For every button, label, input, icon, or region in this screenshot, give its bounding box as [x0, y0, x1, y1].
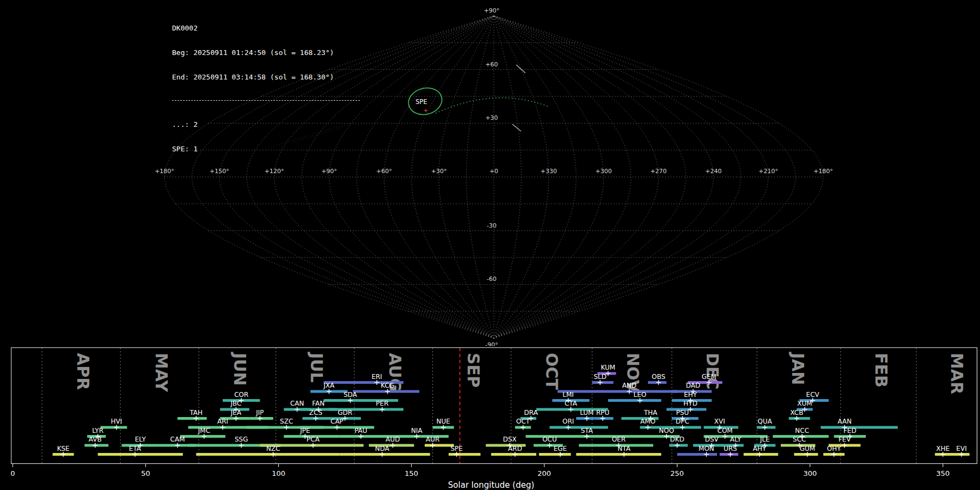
observation-info-block: DK0002 Beg: 20250911 01:24:50 (sol = 168… [172, 8, 360, 169]
shower-label-CAN: CAN [290, 400, 304, 407]
shower-label-MON: MON [699, 445, 714, 452]
shower-label-XHE: XHE [936, 445, 950, 452]
x-tick-label: 150 [405, 469, 418, 477]
map-longitude-label: +60° [376, 168, 392, 175]
shower-label-DAD: DAD [686, 382, 700, 389]
shower-label-JPE: JPE [299, 427, 310, 434]
shower-label-XUM: XUM [797, 400, 812, 407]
shower-label-JXA: JXA [323, 382, 335, 389]
month-label: SEP [464, 353, 483, 388]
shower-label-THA: THA [644, 409, 658, 416]
shower-label-OCT: OCT [516, 418, 530, 425]
begin-time: Beg: 20250911 01:24:50 (sol = 168.23°) [172, 48, 360, 57]
map-longitude-label: +30° [431, 168, 447, 175]
x-tick-label: 100 [272, 469, 285, 477]
x-tick-label: 250 [670, 469, 684, 477]
meteor-observation-screen: +180°+150°+120°+90°+60°+30°+0+330+300+27… [0, 0, 980, 490]
map-latitude-label: -90° [485, 341, 498, 346]
x-tick-label: 0 [11, 469, 15, 477]
shower-label-PSU: PSU [676, 409, 689, 416]
shower-label-NCC: NCC [795, 427, 809, 434]
map-latitude-label: -30 [487, 222, 497, 229]
shower-label-URS: URS [724, 445, 737, 452]
shower-label-CTA: CTA [565, 400, 578, 407]
map-longitude-label: +300 [596, 168, 612, 175]
shower-label-NZC: NZC [266, 445, 280, 452]
shower-label-NOO: NOO [659, 427, 674, 434]
shower-label-OHY: OHY [827, 445, 841, 452]
shower-label-PAU: PAU [354, 427, 367, 434]
month-label: DEC [703, 353, 722, 389]
map-latitude-label: +60 [485, 61, 498, 68]
shower-label-NIA: NIA [411, 427, 423, 434]
shower-label-CAP: CAP [330, 418, 344, 425]
month-label: MAR [947, 353, 966, 394]
shower-label-DSV: DSV [705, 436, 719, 443]
shower-label-FED: FED [843, 427, 856, 434]
shower-label-SLD: SLD [593, 373, 607, 381]
shower-label-AUR: AUR [426, 436, 439, 443]
shower-label-JEA: JEA [230, 409, 242, 416]
shower-label-LMI: LMI [562, 391, 574, 399]
shower-label-DKD: DKD [670, 436, 684, 443]
map-longitude-label: +240 [705, 168, 721, 175]
shower-label-HYD: HYD [683, 400, 697, 407]
count-spe: SPE: 1 [172, 145, 360, 153]
month-label: APR [74, 353, 93, 390]
shower-label-ETA: ETA [129, 445, 142, 452]
meteor-track [516, 65, 525, 73]
map-longitude-label: +180° [155, 168, 174, 175]
shower-label-KSE: KSE [57, 445, 70, 452]
month-label: FEB [872, 353, 891, 388]
shower-label-AAN: AAN [837, 418, 852, 425]
map-latitude-label: +30 [485, 114, 498, 121]
shower-label-JLE: JLE [759, 436, 770, 443]
shower-label-ORI: ORI [562, 418, 574, 425]
shower-label-FEV: FEV [838, 436, 851, 443]
month-label: JUL [307, 352, 326, 383]
shower-label-JMC: JMC [198, 427, 210, 434]
shower-label-LUM: LUM [580, 409, 593, 416]
shower-label-DRA: DRA [524, 409, 538, 416]
shower-label-COM: COM [718, 427, 733, 434]
station-id: DK0002 [172, 24, 360, 32]
month-label: JUN [230, 352, 249, 386]
shower-label-ARI: ARI [217, 418, 228, 425]
sky-map: +180°+150°+120°+90°+60°+30°+0+330+300+27… [0, 0, 980, 346]
shower-label-JIP: JIP [255, 409, 264, 416]
map-longitude-label: +210° [758, 168, 778, 175]
shower-label-PER: PER [376, 400, 388, 407]
shower-label-OBS: OBS [652, 373, 665, 381]
shower-label-SSG: SSG [235, 436, 248, 443]
shower-label-XVI: XVI [714, 418, 725, 425]
shower-label-ECV: ECV [806, 391, 820, 399]
shower-label-LEO: LEO [634, 391, 647, 399]
shower-label-ZCS: ZCS [309, 409, 322, 416]
map-longitude-label: +330 [541, 168, 557, 175]
x-tick-label: 300 [803, 469, 817, 477]
shower-label-NDA: NDA [375, 445, 390, 452]
shower-label-DPC: DPC [676, 418, 689, 425]
shower-label-ALY: ALY [730, 436, 742, 443]
map-meridian [494, 16, 795, 338]
month-label: MAY [152, 353, 171, 393]
map-meridian [494, 16, 686, 338]
shower-label-NUE: NUE [437, 418, 450, 425]
shower-label-RPU: RPU [596, 409, 609, 416]
separator [172, 100, 360, 101]
shower-label-CAM: CAM [170, 436, 185, 443]
shower-label-EHY: EHY [684, 391, 697, 399]
shower-label-ERI: ERI [371, 373, 382, 381]
meteor-track [512, 124, 521, 131]
map-longitude-label: +180° [813, 168, 833, 175]
shower-label-GDR: GDR [338, 409, 352, 416]
shower-label-XCB: XCB [790, 409, 803, 416]
shower-label-PCA: PCA [307, 436, 320, 443]
shower-label-GEM: GEM [702, 373, 716, 381]
map-latitude-label: -60 [487, 275, 497, 283]
shower-label-TAH: TAH [189, 409, 203, 416]
shower-label-FAN: FAN [312, 400, 324, 407]
shower-label-KCG: KCG [381, 382, 394, 389]
shower-label-LYR: LYR [92, 427, 103, 434]
activity-chart: APRMAYJUNJULAUGSEPOCTNOVDECJANFEBMARKUME… [11, 347, 980, 490]
